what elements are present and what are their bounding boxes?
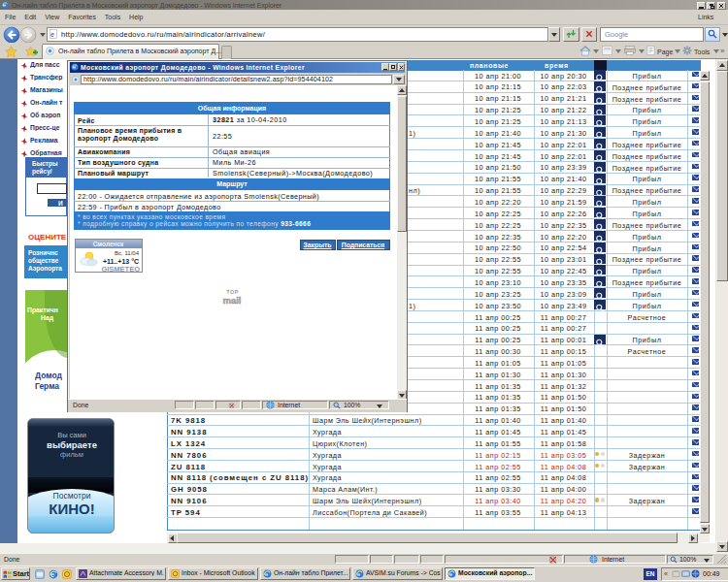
svg-text:e: e xyxy=(265,571,268,577)
svg-text:e: e xyxy=(449,571,452,577)
svg-text:e: e xyxy=(73,64,76,70)
svg-text:e: e xyxy=(50,31,54,38)
svg-text:e: e xyxy=(357,571,360,577)
svg-text:e: e xyxy=(3,2,6,8)
svg-text:e: e xyxy=(50,570,54,577)
